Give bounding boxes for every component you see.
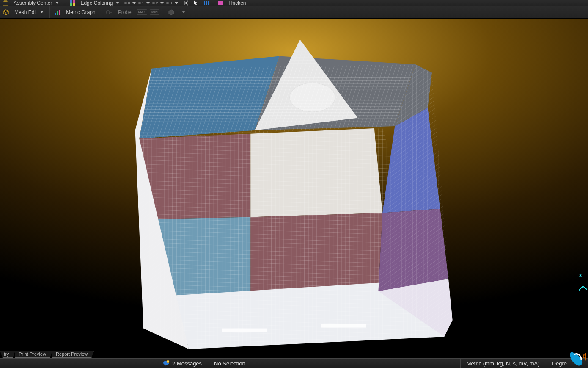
thicken-label: Thicken (228, 0, 246, 6)
status-messages-label: 2 Messages (172, 360, 202, 367)
svg-rect-13 (107, 11, 110, 14)
tab-geometry-label: try (4, 351, 9, 357)
status-units[interactable]: Metric (mm, kg, N, s, mV, mA) (460, 359, 546, 368)
svg-rect-7 (206, 1, 207, 5)
triad-x-label: X (579, 273, 587, 279)
svg-rect-8 (208, 1, 209, 5)
thicken-icon (217, 0, 223, 6)
assembly-center-label: Assembly Center (14, 0, 52, 6)
status-selection-label: No Selection (214, 360, 245, 367)
edge-coloring-1-label: 1 (142, 1, 144, 5)
status-units-label: Metric (mm, kg, N, s, mV, mA) (467, 360, 540, 367)
view-tabs: try Print Preview Report Preview (0, 350, 588, 358)
edge-coloring-3-label: 3 (170, 1, 172, 5)
status-angle-label: Degre (552, 360, 567, 367)
svg-rect-4 (70, 3, 72, 6)
toolbar-row-1: Assembly Center Edge Coloring 0 1 2 3 Th… (0, 0, 588, 6)
mesh-edit-icon (3, 9, 9, 16)
mesh-edit-dropdown[interactable]: Mesh Edit (12, 8, 46, 16)
group-mesh-edit: Mesh Edit (3, 6, 50, 18)
status-messages[interactable]: i 2 Messages (157, 359, 208, 368)
svg-rect-35 (321, 324, 366, 328)
edge-coloring-2[interactable]: 2 (152, 1, 164, 5)
group-assembly: Assembly Center (3, 0, 65, 6)
messages-icon: i (163, 360, 170, 366)
assembly-center-dropdown[interactable]: Assembly Center (11, 0, 61, 6)
metric-graph-icon (54, 9, 61, 16)
cursor-arrow-icon[interactable] (192, 0, 198, 6)
tab-report-preview[interactable]: Report Preview (52, 351, 94, 358)
mesh-svg (123, 31, 453, 350)
svg-rect-12 (59, 10, 60, 15)
metric-graph-button[interactable]: Metric Graph (63, 8, 98, 16)
group-edge-coloring: Edge Coloring 0 1 2 3 (69, 0, 213, 6)
display-style-dropdown[interactable] (178, 10, 188, 14)
tab-geometry[interactable]: try (0, 351, 15, 358)
mesh-model[interactable] (123, 31, 453, 350)
probe-button[interactable]: Probe (115, 8, 134, 16)
edge-coloring-1[interactable]: 1 (138, 1, 150, 5)
edge-coloring-icon (69, 0, 75, 6)
tab-print-preview-label: Print Preview (19, 351, 46, 357)
svg-rect-0 (3, 2, 8, 5)
thicken-button[interactable]: Thicken (226, 0, 249, 6)
triad-icon (579, 281, 587, 291)
svg-rect-1 (4, 0, 7, 2)
svg-rect-11 (57, 11, 58, 15)
edge-coloring-3[interactable]: 3 (166, 1, 178, 5)
assembly-center-icon (3, 0, 8, 6)
view-triad[interactable]: X (579, 273, 587, 291)
group-thicken: Thicken (217, 0, 252, 6)
tab-print-preview[interactable]: Print Preview (15, 351, 52, 358)
svg-rect-5 (73, 3, 75, 6)
svg-rect-3 (73, 0, 75, 3)
viewport-3d[interactable]: X (0, 19, 588, 350)
mesh-edit-label: Mesh Edit (14, 9, 37, 15)
display-style-icon (168, 9, 175, 16)
tab-report-preview-label: Report Preview (56, 351, 88, 357)
edge-coloring-0-label: 0 (128, 1, 130, 5)
svg-rect-2 (70, 0, 72, 3)
edge-coloring-dropdown[interactable]: Edge Coloring (78, 0, 122, 6)
min-label: MIN (151, 10, 158, 14)
min-button[interactable]: MIN (150, 9, 159, 15)
status-angle[interactable]: Degre (546, 359, 588, 368)
bars-icon[interactable] (203, 0, 209, 6)
group-probe: Probe MAX MIN (106, 6, 163, 18)
edge-coloring-2-label: 2 (156, 1, 158, 5)
status-bar: i 2 Messages No Selection Metric (mm, kg… (0, 358, 588, 368)
edge-coloring-0[interactable]: 0 (124, 1, 136, 5)
edge-coloring-label: Edge Coloring (80, 0, 113, 6)
probe-icon (106, 9, 113, 15)
svg-rect-10 (55, 13, 56, 15)
cross-icon[interactable] (183, 0, 188, 6)
toolbar-row-2: Mesh Edit Metric Graph Probe MAX MIN (0, 6, 588, 19)
probe-label: Probe (118, 9, 132, 15)
svg-rect-6 (204, 1, 205, 5)
group-display-style (168, 6, 191, 18)
max-label: MAX (138, 10, 146, 14)
svg-rect-34 (222, 329, 267, 332)
group-metric-graph: Metric Graph (54, 6, 102, 18)
metric-graph-label: Metric Graph (66, 9, 95, 15)
status-selection: No Selection (208, 359, 460, 368)
max-button[interactable]: MAX (137, 9, 147, 15)
status-spacer (0, 359, 157, 368)
svg-rect-9 (218, 1, 223, 5)
